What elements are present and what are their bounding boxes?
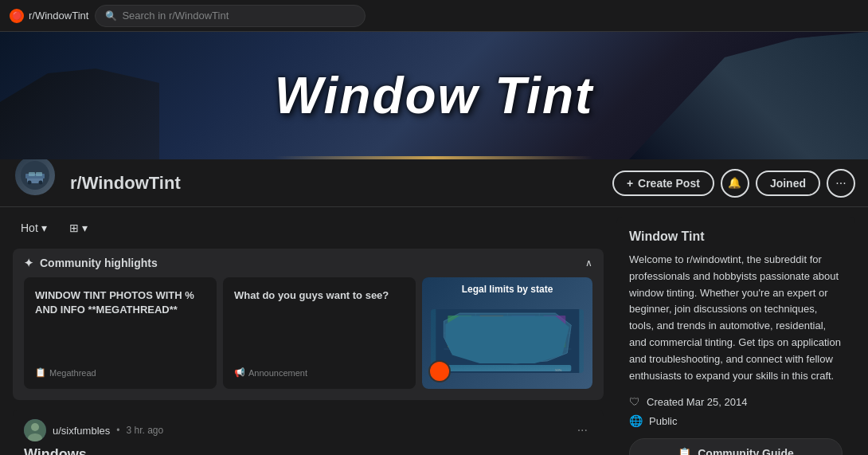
svg-rect-18: [448, 335, 471, 347]
highlights-header: ✦ Community highlights ∧: [13, 249, 604, 277]
svg-marker-8: [444, 313, 571, 363]
subreddit-header: r/WindowTint + Create Post 🔔 Joined ···: [0, 159, 868, 207]
sidebar-created-item: 🛡 Created Mar 25, 2014: [629, 395, 843, 408]
sidebar-meta: 🛡 Created Mar 25, 2014 🌐 Public: [629, 395, 843, 427]
community-guide-icon: 📋: [678, 447, 691, 455]
svg-point-26: [31, 423, 39, 431]
banner-accent-line: [275, 156, 593, 159]
us-map-visual: 0% 50%: [431, 309, 585, 373]
highlight-card-megathread[interactable]: WINDOW TINT PHOTOS WITH % AND INFO **MEG…: [24, 277, 217, 389]
post-time: 3 hr. ago: [126, 425, 163, 436]
megathread-tag-label: Megathread: [49, 368, 96, 378]
post-meta-dot: •: [116, 425, 119, 436]
post-meta: u/sixfumbles • 3 hr. ago ···: [24, 419, 592, 441]
post-more-button[interactable]: ···: [573, 422, 592, 439]
more-options-button[interactable]: ···: [827, 169, 855, 198]
banner-car-right-decoration: [629, 32, 868, 159]
highlights-title-text: Community highlights: [40, 257, 158, 269]
announcement-card-title: What do you guys want to see?: [234, 288, 405, 303]
layout-toggle-button[interactable]: ⊞ ▾: [61, 217, 96, 239]
announcement-card-tag: 📢 Announcement: [234, 367, 405, 378]
sidebar-description: Welcome to r/windowtint, the subreddit f…: [629, 252, 843, 384]
feed-controls: Hot ▾ ⊞ ▾: [13, 217, 604, 239]
announcement-tag-icon: 📢: [234, 367, 245, 378]
svg-rect-16: [511, 316, 535, 331]
banner-car-left-decoration: [0, 64, 159, 159]
joined-button[interactable]: Joined: [756, 171, 820, 196]
highlights-title-group: ✦ Community highlights: [24, 257, 158, 269]
svg-rect-19: [479, 335, 503, 347]
highlight-card-announcement[interactable]: What do you guys want to see? 📢 Announce…: [223, 277, 416, 389]
post-item[interactable]: u/sixfumbles • 3 hr. ago ··· Windows: [13, 410, 604, 455]
sort-hot-button[interactable]: Hot ▾: [13, 217, 55, 239]
megathread-tag-icon: 📋: [35, 367, 46, 378]
community-guide-button[interactable]: 📋 Community Guide: [629, 438, 843, 455]
svg-rect-6: [36, 172, 42, 176]
layout-chevron-icon: ▾: [82, 222, 88, 234]
layout-icon: ⊞: [69, 222, 79, 234]
sidebar-about-card: Window Tint Welcome to r/windowtint, the…: [616, 217, 855, 455]
community-highlights-section: ✦ Community highlights ∧ WINDOW TINT PHO…: [13, 249, 604, 400]
sort-chevron-icon: ▾: [41, 222, 47, 234]
main-content: Hot ▾ ⊞ ▾ ✦ Community highlights ∧ WINDO…: [0, 207, 868, 455]
svg-rect-20: [511, 335, 535, 347]
header-actions: + Create Post 🔔 Joined ···: [612, 169, 855, 198]
banner-title: Window Tint: [275, 66, 594, 125]
svg-rect-21: [543, 335, 565, 347]
highlight-card-legal-limits[interactable]: Legal limits by state: [422, 277, 592, 389]
megathread-card-tag: 📋 Megathread: [35, 367, 205, 378]
create-post-label: Create Post: [638, 177, 700, 190]
nav-brand[interactable]: 🔴 r/WindowTint: [10, 9, 88, 23]
svg-rect-14: [448, 316, 471, 331]
post-meta-left: u/sixfumbles • 3 hr. ago: [24, 419, 163, 441]
nav-subreddit-label: r/WindowTint: [29, 10, 88, 22]
subreddit-name: r/WindowTint: [70, 173, 600, 194]
megathread-card-title: WINDOW TINT PHOTOS WITH % AND INFO **MEG…: [35, 288, 205, 317]
collapse-highlights-icon[interactable]: ∧: [585, 257, 592, 269]
svg-rect-15: [479, 316, 503, 331]
svg-rect-22: [444, 365, 571, 371]
nav-search-text: Search in r/WindowTint: [122, 10, 229, 22]
svg-text:50%: 50%: [555, 368, 561, 372]
svg-rect-7: [436, 309, 579, 373]
announcement-tag-label: Announcement: [248, 368, 307, 378]
brand-icon: 🔴: [10, 9, 24, 23]
calendar-icon: 🛡: [629, 395, 640, 408]
sidebar-visibility-label: Public: [649, 415, 677, 427]
search-icon: 🔍: [105, 10, 117, 22]
post-more-icon: ···: [577, 423, 588, 437]
sidebar-subreddit-name: Window Tint: [629, 229, 843, 244]
notification-button[interactable]: 🔔: [721, 169, 749, 198]
highlights-cards-container: WINDOW TINT PHOTOS WITH % AND INFO **MEG…: [13, 277, 604, 400]
post-username[interactable]: u/sixfumbles: [53, 425, 110, 437]
svg-point-4: [39, 180, 43, 184]
feed-area: Hot ▾ ⊞ ▾ ✦ Community highlights ∧ WINDO…: [13, 217, 604, 455]
post-author-avatar: [24, 419, 46, 441]
svg-rect-17: [543, 316, 565, 331]
svg-rect-5: [29, 172, 35, 176]
subreddit-banner: Window Tint: [0, 32, 868, 159]
globe-icon: 🌐: [629, 414, 643, 427]
sidebar-visibility-item: 🌐 Public: [629, 414, 843, 427]
sidebar-created-label: Created Mar 25, 2014: [647, 396, 747, 408]
bell-icon: 🔔: [728, 177, 741, 189]
sort-hot-label: Hot: [21, 222, 38, 234]
community-guide-label: Community Guide: [698, 447, 794, 455]
sidebar: Window Tint Welcome to r/windowtint, the…: [616, 217, 855, 455]
ellipsis-icon: ···: [835, 176, 846, 190]
plus-icon: +: [627, 177, 633, 190]
sparkle-icon: ✦: [24, 257, 33, 269]
nav-search-bar[interactable]: 🔍 Search in r/WindowTint: [95, 5, 366, 27]
legal-limits-card-avatar: [428, 360, 451, 382]
joined-label: Joined: [770, 177, 806, 190]
svg-point-3: [28, 180, 32, 184]
legal-limits-card-title: Legal limits by state: [422, 284, 592, 295]
create-post-button[interactable]: + Create Post: [612, 171, 714, 196]
post-title: Windows: [24, 446, 592, 455]
top-navigation: 🔴 r/WindowTint 🔍 Search in r/WindowTint: [0, 0, 868, 32]
